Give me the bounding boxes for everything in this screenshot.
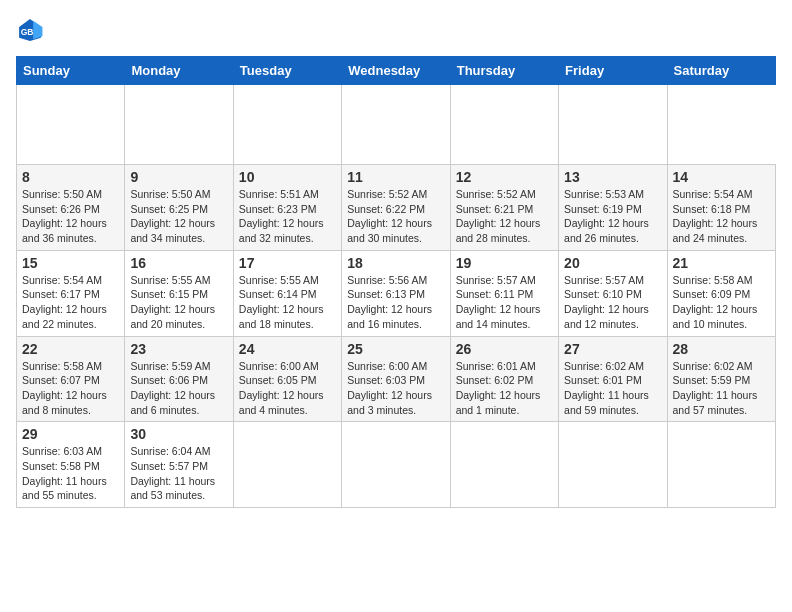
weekday-header-thursday: Thursday bbox=[450, 57, 558, 85]
calendar-day-cell: 17 Sunrise: 5:55 AMSunset: 6:14 PMDaylig… bbox=[233, 250, 341, 336]
day-detail: Sunrise: 6:02 AMSunset: 5:59 PMDaylight:… bbox=[673, 360, 758, 416]
calendar-day-cell: 18 Sunrise: 5:56 AMSunset: 6:13 PMDaylig… bbox=[342, 250, 450, 336]
day-number: 23 bbox=[130, 341, 227, 357]
day-detail: Sunrise: 6:02 AMSunset: 6:01 PMDaylight:… bbox=[564, 360, 649, 416]
day-detail: Sunrise: 5:57 AMSunset: 6:10 PMDaylight:… bbox=[564, 274, 649, 330]
day-number: 20 bbox=[564, 255, 661, 271]
header: GB bbox=[16, 16, 776, 44]
logo-icon: GB bbox=[16, 16, 44, 44]
calendar-day-cell: 13 Sunrise: 5:53 AMSunset: 6:19 PMDaylig… bbox=[559, 165, 667, 251]
empty-cell bbox=[667, 422, 775, 508]
day-detail: Sunrise: 6:04 AMSunset: 5:57 PMDaylight:… bbox=[130, 445, 215, 501]
day-number: 13 bbox=[564, 169, 661, 185]
calendar-week-row: 29 Sunrise: 6:03 AMSunset: 5:58 PMDaylig… bbox=[17, 422, 776, 508]
day-detail: Sunrise: 6:03 AMSunset: 5:58 PMDaylight:… bbox=[22, 445, 107, 501]
calendar-day-cell: 30 Sunrise: 6:04 AMSunset: 5:57 PMDaylig… bbox=[125, 422, 233, 508]
calendar-day-cell: 14 Sunrise: 5:54 AMSunset: 6:18 PMDaylig… bbox=[667, 165, 775, 251]
calendar-day-cell: 22 Sunrise: 5:58 AMSunset: 6:07 PMDaylig… bbox=[17, 336, 125, 422]
day-number: 9 bbox=[130, 169, 227, 185]
weekday-header-tuesday: Tuesday bbox=[233, 57, 341, 85]
weekday-header-monday: Monday bbox=[125, 57, 233, 85]
day-number: 12 bbox=[456, 169, 553, 185]
day-number: 28 bbox=[673, 341, 770, 357]
empty-cell bbox=[559, 422, 667, 508]
day-number: 18 bbox=[347, 255, 444, 271]
calendar-day-cell: 28 Sunrise: 6:02 AMSunset: 5:59 PMDaylig… bbox=[667, 336, 775, 422]
day-number: 10 bbox=[239, 169, 336, 185]
day-number: 8 bbox=[22, 169, 119, 185]
day-detail: Sunrise: 6:01 AMSunset: 6:02 PMDaylight:… bbox=[456, 360, 541, 416]
calendar-day-cell: 20 Sunrise: 5:57 AMSunset: 6:10 PMDaylig… bbox=[559, 250, 667, 336]
weekday-header-row: SundayMondayTuesdayWednesdayThursdayFrid… bbox=[17, 57, 776, 85]
day-detail: Sunrise: 6:00 AMSunset: 6:03 PMDaylight:… bbox=[347, 360, 432, 416]
day-number: 21 bbox=[673, 255, 770, 271]
day-number: 24 bbox=[239, 341, 336, 357]
logo: GB bbox=[16, 16, 48, 44]
day-detail: Sunrise: 5:50 AMSunset: 6:26 PMDaylight:… bbox=[22, 188, 107, 244]
day-detail: Sunrise: 5:53 AMSunset: 6:19 PMDaylight:… bbox=[564, 188, 649, 244]
day-number: 29 bbox=[22, 426, 119, 442]
day-number: 16 bbox=[130, 255, 227, 271]
empty-cell bbox=[450, 422, 558, 508]
day-detail: Sunrise: 5:51 AMSunset: 6:23 PMDaylight:… bbox=[239, 188, 324, 244]
calendar-day-cell: 26 Sunrise: 6:01 AMSunset: 6:02 PMDaylig… bbox=[450, 336, 558, 422]
calendar-day-cell: 23 Sunrise: 5:59 AMSunset: 6:06 PMDaylig… bbox=[125, 336, 233, 422]
day-detail: Sunrise: 5:54 AMSunset: 6:17 PMDaylight:… bbox=[22, 274, 107, 330]
day-number: 14 bbox=[673, 169, 770, 185]
weekday-header-friday: Friday bbox=[559, 57, 667, 85]
day-number: 17 bbox=[239, 255, 336, 271]
calendar-week-row: 22 Sunrise: 5:58 AMSunset: 6:07 PMDaylig… bbox=[17, 336, 776, 422]
day-number: 22 bbox=[22, 341, 119, 357]
day-detail: Sunrise: 5:52 AMSunset: 6:21 PMDaylight:… bbox=[456, 188, 541, 244]
empty-cell bbox=[233, 85, 341, 165]
calendar-week-row: 15 Sunrise: 5:54 AMSunset: 6:17 PMDaylig… bbox=[17, 250, 776, 336]
calendar-week-row bbox=[17, 85, 776, 165]
day-number: 19 bbox=[456, 255, 553, 271]
day-detail: Sunrise: 5:52 AMSunset: 6:22 PMDaylight:… bbox=[347, 188, 432, 244]
day-detail: Sunrise: 5:59 AMSunset: 6:06 PMDaylight:… bbox=[130, 360, 215, 416]
calendar-day-cell: 19 Sunrise: 5:57 AMSunset: 6:11 PMDaylig… bbox=[450, 250, 558, 336]
weekday-header-wednesday: Wednesday bbox=[342, 57, 450, 85]
day-number: 30 bbox=[130, 426, 227, 442]
day-detail: Sunrise: 5:50 AMSunset: 6:25 PMDaylight:… bbox=[130, 188, 215, 244]
day-detail: Sunrise: 5:57 AMSunset: 6:11 PMDaylight:… bbox=[456, 274, 541, 330]
calendar-day-cell: 8 Sunrise: 5:50 AMSunset: 6:26 PMDayligh… bbox=[17, 165, 125, 251]
empty-cell bbox=[342, 422, 450, 508]
svg-marker-1 bbox=[33, 21, 42, 40]
empty-cell bbox=[559, 85, 667, 165]
calendar-day-cell: 27 Sunrise: 6:02 AMSunset: 6:01 PMDaylig… bbox=[559, 336, 667, 422]
day-number: 15 bbox=[22, 255, 119, 271]
day-detail: Sunrise: 5:55 AMSunset: 6:14 PMDaylight:… bbox=[239, 274, 324, 330]
calendar-week-row: 8 Sunrise: 5:50 AMSunset: 6:26 PMDayligh… bbox=[17, 165, 776, 251]
calendar-day-cell: 9 Sunrise: 5:50 AMSunset: 6:25 PMDayligh… bbox=[125, 165, 233, 251]
calendar-day-cell: 25 Sunrise: 6:00 AMSunset: 6:03 PMDaylig… bbox=[342, 336, 450, 422]
calendar-day-cell: 15 Sunrise: 5:54 AMSunset: 6:17 PMDaylig… bbox=[17, 250, 125, 336]
day-detail: Sunrise: 5:56 AMSunset: 6:13 PMDaylight:… bbox=[347, 274, 432, 330]
calendar-day-cell: 29 Sunrise: 6:03 AMSunset: 5:58 PMDaylig… bbox=[17, 422, 125, 508]
calendar-table: SundayMondayTuesdayWednesdayThursdayFrid… bbox=[16, 56, 776, 508]
calendar-day-cell: 24 Sunrise: 6:00 AMSunset: 6:05 PMDaylig… bbox=[233, 336, 341, 422]
day-detail: Sunrise: 5:55 AMSunset: 6:15 PMDaylight:… bbox=[130, 274, 215, 330]
day-detail: Sunrise: 5:54 AMSunset: 6:18 PMDaylight:… bbox=[673, 188, 758, 244]
empty-cell bbox=[17, 85, 125, 165]
calendar-day-cell: 11 Sunrise: 5:52 AMSunset: 6:22 PMDaylig… bbox=[342, 165, 450, 251]
day-number: 25 bbox=[347, 341, 444, 357]
day-number: 27 bbox=[564, 341, 661, 357]
svg-text:GB: GB bbox=[21, 27, 34, 37]
empty-cell bbox=[342, 85, 450, 165]
calendar-day-cell: 10 Sunrise: 5:51 AMSunset: 6:23 PMDaylig… bbox=[233, 165, 341, 251]
empty-cell bbox=[233, 422, 341, 508]
day-detail: Sunrise: 6:00 AMSunset: 6:05 PMDaylight:… bbox=[239, 360, 324, 416]
day-detail: Sunrise: 5:58 AMSunset: 6:07 PMDaylight:… bbox=[22, 360, 107, 416]
day-number: 26 bbox=[456, 341, 553, 357]
day-detail: Sunrise: 5:58 AMSunset: 6:09 PMDaylight:… bbox=[673, 274, 758, 330]
calendar-day-cell: 16 Sunrise: 5:55 AMSunset: 6:15 PMDaylig… bbox=[125, 250, 233, 336]
empty-cell bbox=[450, 85, 558, 165]
empty-cell bbox=[125, 85, 233, 165]
day-number: 11 bbox=[347, 169, 444, 185]
calendar-day-cell: 21 Sunrise: 5:58 AMSunset: 6:09 PMDaylig… bbox=[667, 250, 775, 336]
weekday-header-sunday: Sunday bbox=[17, 57, 125, 85]
weekday-header-saturday: Saturday bbox=[667, 57, 775, 85]
calendar-day-cell: 12 Sunrise: 5:52 AMSunset: 6:21 PMDaylig… bbox=[450, 165, 558, 251]
